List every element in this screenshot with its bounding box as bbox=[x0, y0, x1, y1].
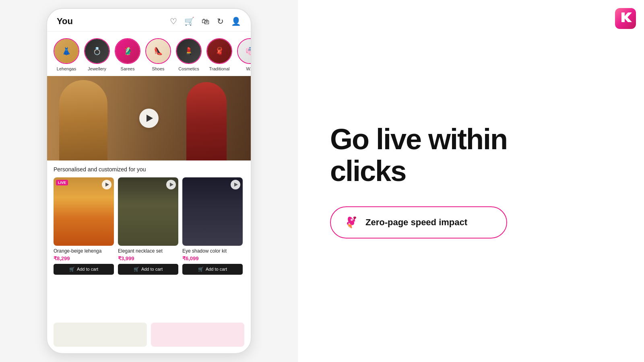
video-banner-inner bbox=[47, 76, 251, 160]
product-card-1: LIVE Orange-beige lehenga ₹8,299 🛒 Add t… bbox=[54, 177, 114, 275]
category-item-traditional[interactable]: 🧣 Traditional bbox=[206, 38, 232, 71]
category-label-more: W... bbox=[246, 66, 251, 71]
category-label-jewellery: Jewellery bbox=[88, 66, 106, 71]
category-circle-sarees: 🥻 bbox=[115, 38, 140, 64]
add-to-cart-label-3: Add to cart bbox=[206, 267, 227, 272]
logo-letter bbox=[619, 11, 632, 27]
small-play-icon-2 bbox=[170, 183, 173, 187]
categories-row: 👗 Lehengas 💍 Jewellery 🥻 bbox=[47, 32, 251, 76]
category-label-lehengas: Lehengas bbox=[57, 66, 76, 71]
category-item-lehengas[interactable]: 👗 Lehengas bbox=[54, 38, 79, 71]
add-to-cart-label-1: Add to cart bbox=[77, 267, 98, 272]
bag-icon[interactable]: 🛍 bbox=[202, 17, 210, 26]
heart-icon[interactable]: ♡ bbox=[170, 16, 177, 26]
phone-header: You ♡ 🛒 🛍 ↻ 👤 bbox=[47, 9, 251, 32]
bottom-blocks bbox=[47, 319, 251, 353]
category-circle-lehengas: 👗 bbox=[54, 38, 79, 64]
video-banner[interactable] bbox=[47, 76, 251, 160]
category-item-cosmetics[interactable]: 💄 Cosmetics bbox=[176, 38, 202, 71]
category-item-jewellery[interactable]: 💍 Jewellery bbox=[84, 38, 110, 71]
personalised-section: Personalised and customized for you LIVE… bbox=[47, 160, 251, 319]
product-name-1: Orange-beige lehenga bbox=[54, 248, 114, 255]
user-icon[interactable]: 👤 bbox=[231, 16, 241, 26]
play-triangle-icon bbox=[147, 115, 153, 122]
product-card-3: Eye shadow color kit ₹6,099 🛒 Add to car… bbox=[182, 177, 243, 275]
category-item-sarees[interactable]: 🥻 Sarees bbox=[115, 38, 140, 71]
headline-line2: clicks bbox=[330, 155, 406, 187]
product-name-3: Eye shadow color kit bbox=[182, 248, 243, 255]
product-image-1: LIVE bbox=[54, 177, 114, 246]
category-circle-jewellery: 💍 bbox=[84, 38, 110, 64]
add-to-cart-button-3[interactable]: 🛒 Add to cart bbox=[182, 264, 243, 275]
category-label-traditional: Traditional bbox=[209, 66, 230, 71]
products-row: LIVE Orange-beige lehenga ₹8,299 🛒 Add t… bbox=[54, 177, 244, 275]
category-item-more[interactable]: 👘 W... bbox=[237, 38, 251, 71]
category-label-sarees: Sarees bbox=[121, 66, 135, 71]
bottom-block-1 bbox=[54, 323, 147, 347]
video-indicator-2 bbox=[166, 180, 176, 189]
rocket-icon-wrapper bbox=[342, 214, 360, 231]
small-play-icon-1 bbox=[105, 183, 109, 187]
cart-icon-btn-1: 🛒 bbox=[69, 267, 75, 272]
product-image-3 bbox=[182, 177, 243, 246]
category-label-shoes: Shoes bbox=[152, 66, 164, 71]
svg-marker-0 bbox=[621, 12, 632, 22]
header-icons: ♡ 🛒 🛍 ↻ 👤 bbox=[170, 16, 241, 26]
product-card-2: Elegant necklace set ₹3,999 🛒 Add to car… bbox=[118, 177, 178, 275]
right-panel: Go live within clicks Zero-page speed im… bbox=[298, 0, 644, 362]
app-title: You bbox=[57, 16, 73, 27]
refresh-icon[interactable]: ↻ bbox=[217, 16, 224, 26]
play-button[interactable] bbox=[139, 109, 159, 128]
category-circle-cosmetics: 💄 bbox=[176, 38, 202, 64]
category-circle-shoes: 👠 bbox=[145, 38, 171, 64]
live-badge-1: LIVE bbox=[56, 180, 68, 185]
cart-icon-btn-2: 🛒 bbox=[134, 267, 139, 272]
headline: Go live within clicks bbox=[330, 123, 612, 187]
phone-mockup: You ♡ 🛒 🛍 ↻ 👤 👗 Lehengas bbox=[46, 8, 252, 354]
bottom-block-2 bbox=[151, 323, 244, 347]
product-image-2 bbox=[118, 177, 178, 246]
left-panel: You ♡ 🛒 🛍 ↻ 👤 👗 Lehengas bbox=[0, 0, 298, 362]
feature-pill: Zero-page speed impact bbox=[330, 206, 507, 239]
banner-figure-left bbox=[59, 80, 107, 160]
category-label-cosmetics: Cosmetics bbox=[178, 66, 199, 71]
video-indicator-3 bbox=[231, 180, 240, 189]
video-indicator-1 bbox=[102, 180, 111, 189]
add-to-cart-button-2[interactable]: 🛒 Add to cart bbox=[118, 264, 178, 275]
product-name-2: Elegant necklace set bbox=[118, 248, 178, 255]
rocket-icon bbox=[343, 215, 359, 230]
logo-icon bbox=[619, 11, 632, 24]
cart-icon-btn-3: 🛒 bbox=[198, 267, 204, 272]
category-item-shoes[interactable]: 👠 Shoes bbox=[145, 38, 171, 71]
cart-icon[interactable]: 🛒 bbox=[184, 16, 194, 26]
product-price-3: ₹6,099 bbox=[182, 255, 243, 261]
headline-line1: Go live within bbox=[330, 123, 507, 155]
small-play-icon-3 bbox=[234, 183, 238, 187]
product-price-2: ₹3,999 bbox=[118, 255, 178, 261]
svg-point-2 bbox=[351, 219, 353, 221]
add-to-cart-label-2: Add to cart bbox=[141, 267, 163, 272]
product-price-1: ₹8,299 bbox=[54, 255, 114, 261]
add-to-cart-button-1[interactable]: 🛒 Add to cart bbox=[54, 264, 114, 275]
app-logo bbox=[615, 8, 636, 29]
section-title: Personalised and customized for you bbox=[54, 166, 244, 173]
category-circle-traditional: 🧣 bbox=[206, 38, 232, 64]
category-circle-more: 👘 bbox=[237, 38, 251, 64]
feature-text: Zero-page speed impact bbox=[365, 217, 467, 228]
banner-figure-right bbox=[186, 82, 227, 160]
